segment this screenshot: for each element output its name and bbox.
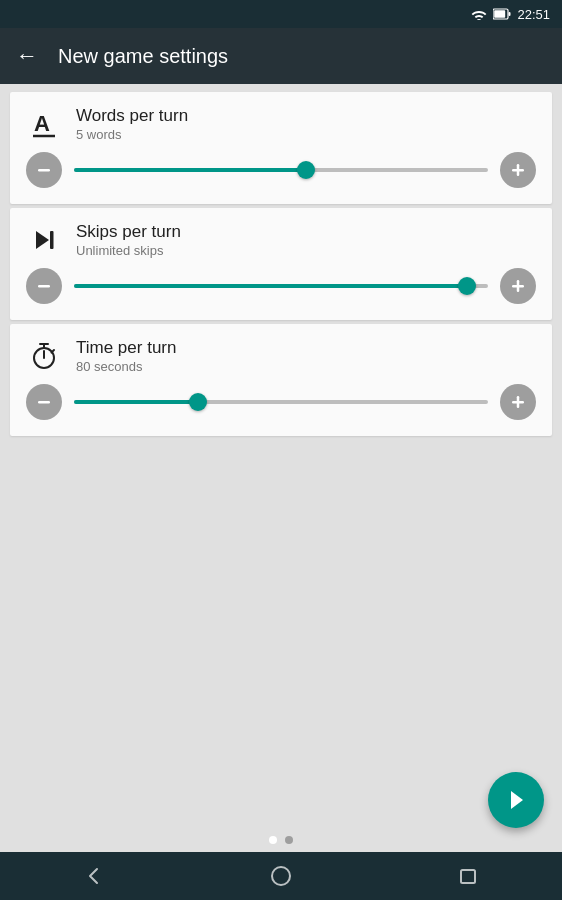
words-per-turn-text: Words per turn 5 words [76, 106, 188, 142]
back-button[interactable]: ← [16, 43, 38, 69]
next-fab-button[interactable] [488, 772, 544, 828]
time-per-turn-slider[interactable] [74, 392, 488, 412]
main-content: A Words per turn 5 words [0, 84, 562, 444]
nav-home-button[interactable] [257, 852, 305, 900]
time-per-turn-value: 80 seconds [76, 359, 176, 374]
words-icon: A [26, 106, 62, 142]
wifi-icon [471, 8, 487, 20]
svg-rect-9 [50, 231, 54, 249]
skips-per-turn-slider[interactable] [74, 276, 488, 296]
status-time: 22:51 [517, 7, 550, 22]
app-bar: ← New game settings [0, 28, 562, 84]
nav-back-button[interactable] [70, 852, 118, 900]
svg-rect-2 [509, 12, 511, 16]
page-dot-2 [285, 836, 293, 844]
skips-icon [26, 222, 62, 258]
skips-per-turn-text: Skips per turn Unlimited skips [76, 222, 181, 258]
words-per-turn-header: A Words per turn 5 words [26, 106, 536, 142]
time-per-turn-header: Time per turn 80 seconds [26, 338, 536, 374]
skips-decrease-button[interactable] [26, 268, 62, 304]
nav-bar [0, 852, 562, 900]
time-per-turn-card: Time per turn 80 seconds [10, 324, 552, 436]
svg-rect-1 [495, 10, 506, 18]
svg-text:A: A [34, 111, 50, 136]
time-per-turn-title: Time per turn [76, 338, 176, 358]
svg-point-22 [272, 867, 290, 885]
page-indicators [269, 836, 293, 844]
time-per-turn-slider-row [26, 384, 536, 420]
words-increase-button[interactable] [500, 152, 536, 188]
skips-per-turn-header: Skips per turn Unlimited skips [26, 222, 536, 258]
words-per-turn-title: Words per turn [76, 106, 188, 126]
status-bar: 22:51 [0, 0, 562, 28]
battery-icon [493, 8, 511, 20]
skips-per-turn-value: Unlimited skips [76, 243, 181, 258]
words-per-turn-slider-row [26, 152, 536, 188]
app-bar-title: New game settings [58, 45, 228, 68]
svg-rect-18 [38, 401, 50, 404]
svg-marker-8 [36, 231, 49, 249]
svg-rect-10 [38, 285, 50, 288]
skips-per-turn-slider-row [26, 268, 536, 304]
words-per-turn-slider[interactable] [74, 160, 488, 180]
svg-rect-12 [517, 280, 520, 292]
time-per-turn-text: Time per turn 80 seconds [76, 338, 176, 374]
svg-rect-20 [517, 396, 520, 408]
words-decrease-button[interactable] [26, 152, 62, 188]
svg-marker-21 [511, 791, 523, 809]
skips-per-turn-card: Skips per turn Unlimited skips [10, 208, 552, 320]
time-increase-button[interactable] [500, 384, 536, 420]
timer-icon [26, 338, 62, 374]
time-decrease-button[interactable] [26, 384, 62, 420]
svg-rect-23 [461, 870, 475, 883]
svg-rect-5 [38, 169, 50, 172]
status-icons: 22:51 [471, 7, 550, 22]
skips-increase-button[interactable] [500, 268, 536, 304]
page-dot-1 [269, 836, 277, 844]
words-per-turn-card: A Words per turn 5 words [10, 92, 552, 204]
svg-rect-7 [517, 164, 520, 176]
skips-per-turn-title: Skips per turn [76, 222, 181, 242]
nav-recent-button[interactable] [444, 852, 492, 900]
words-per-turn-value: 5 words [76, 127, 188, 142]
